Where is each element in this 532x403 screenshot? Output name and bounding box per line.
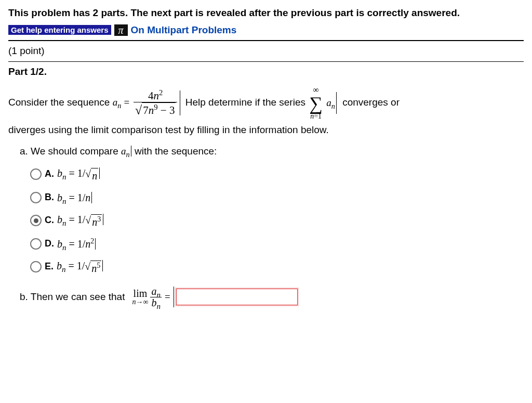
option-e[interactable]: E. bn = 1/√n5 bbox=[30, 258, 524, 276]
radio-d[interactable] bbox=[30, 238, 42, 250]
qa-intro: a. We should compare bbox=[20, 146, 121, 157]
pi-symbol-button[interactable]: π bbox=[114, 24, 128, 36]
limit-answer-input[interactable] bbox=[176, 289, 298, 305]
math-eq: = bbox=[124, 97, 132, 108]
radio-c[interactable] bbox=[30, 215, 42, 226]
problem-instruction: This problem has 2 parts. The next part … bbox=[8, 6, 524, 20]
divider bbox=[8, 40, 524, 41]
question-a: a. We should compare an with the sequenc… bbox=[20, 145, 524, 159]
multipart-help-link[interactable]: On Multipart Problems bbox=[131, 23, 237, 37]
help-row: Get help entering answers π On Multipart… bbox=[8, 23, 524, 37]
prose-1c: converges or bbox=[342, 97, 400, 108]
qa-tail: with the sequence: bbox=[132, 146, 217, 157]
abs-bar bbox=[179, 90, 180, 115]
abs-bar-2 bbox=[335, 92, 337, 114]
problem-statement: Consider the sequence an = 4n2 √ 7n9 − 3… bbox=[8, 86, 524, 137]
part-label: Part 1/2. bbox=[8, 65, 524, 79]
option-b[interactable]: B. bn = 1/n bbox=[30, 190, 524, 205]
radio-a[interactable] bbox=[30, 168, 42, 180]
qb-intro: b. Then we can see that bbox=[20, 290, 125, 304]
option-c[interactable]: C. bn = 1/√n3 bbox=[30, 212, 524, 229]
limit-operator: lim n→∞ bbox=[132, 288, 148, 306]
option-d[interactable]: D. bn = 1/n2 bbox=[30, 237, 524, 251]
points-label: (1 point) bbox=[8, 44, 524, 58]
abs-bar-b bbox=[174, 287, 174, 307]
limit-fraction: an bn bbox=[150, 286, 162, 308]
eq-sign: = bbox=[165, 290, 170, 304]
radio-b[interactable] bbox=[30, 192, 42, 203]
math-an: an bbox=[113, 97, 122, 108]
prose-1a: Consider the sequence bbox=[8, 97, 113, 108]
question-b: b. Then we can see that lim n→∞ an bn = bbox=[20, 286, 524, 308]
summation: ∞ ∑ n=1 bbox=[309, 86, 323, 120]
math-an-abs: an bbox=[121, 146, 130, 157]
option-a[interactable]: A. bn = 1/√n bbox=[30, 166, 524, 183]
options-group: A. bn = 1/√n B. bn = 1/n C. bn = 1/√n3 D… bbox=[30, 166, 524, 276]
math-an-sum: an bbox=[326, 97, 335, 108]
radio-e[interactable] bbox=[30, 261, 42, 272]
prose-1b: Help determine if the series bbox=[185, 97, 305, 108]
prose-2: diverges using the limit comparison test… bbox=[8, 123, 524, 137]
divider-thin bbox=[8, 61, 524, 62]
get-help-button[interactable]: Get help entering answers bbox=[8, 25, 111, 35]
math-fraction: 4n2 √ 7n9 − 3 bbox=[132, 89, 179, 116]
